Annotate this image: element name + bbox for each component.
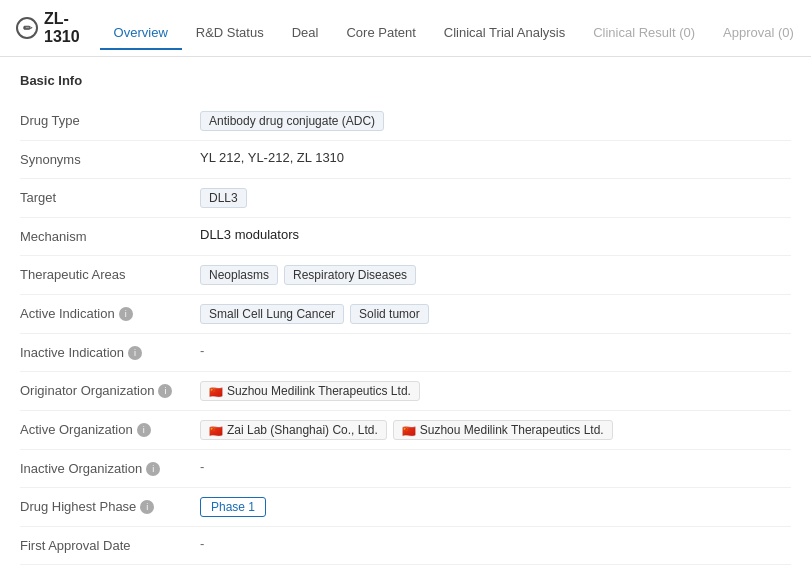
drug-type-row: Drug Type Antibody drug conjugate (ADC) [20, 102, 791, 141]
main-content: Basic Info Drug Type Antibody drug conju… [0, 57, 811, 578]
inactive-indication-value: - [200, 343, 791, 358]
drug-highest-phase-value: Phase 1 [200, 497, 791, 517]
originator-org-flag: 🇨🇳 [209, 386, 223, 396]
inactive-indication-row: Inactive Indication i - [20, 334, 791, 372]
tab-clinical-result: Clinical Result (0) [579, 17, 709, 50]
mechanism-label: Mechanism [20, 227, 200, 244]
tab-bar: Overview R&D Status Deal Core Patent Cli… [100, 17, 811, 50]
tab-rd-status[interactable]: R&D Status [182, 17, 278, 50]
drug-title: ✏ ZL-1310 [16, 10, 80, 56]
mechanism-text: DLL3 modulators [200, 227, 299, 242]
mechanism-row: Mechanism DLL3 modulators [20, 218, 791, 256]
originator-org-info-icon[interactable]: i [158, 384, 172, 398]
active-indication-row: Active Indication i Small Cell Lung Canc… [20, 295, 791, 334]
therapeutic-area-neoplasms-tag[interactable]: Neoplasms [200, 265, 278, 285]
section-title: Basic Info [20, 73, 791, 88]
drug-type-tag: Antibody drug conjugate (ADC) [200, 111, 384, 131]
inactive-org-value: - [200, 459, 791, 474]
tab-core-patent[interactable]: Core Patent [332, 17, 429, 50]
active-org-2-flag: 🇨🇳 [402, 425, 416, 435]
mechanism-value: DLL3 modulators [200, 227, 791, 242]
synonyms-text: YL 212, YL-212, ZL 1310 [200, 150, 344, 165]
active-org-2-tag[interactable]: 🇨🇳 Suzhou Medilink Therapeutics Ltd. [393, 420, 613, 440]
synonyms-label: Synonyms [20, 150, 200, 167]
first-approval-date-dash: - [200, 536, 204, 551]
inactive-indication-label: Inactive Indication i [20, 343, 200, 360]
active-org-1-name: Zai Lab (Shanghai) Co., Ltd. [227, 423, 378, 437]
drug-highest-phase-info-icon[interactable]: i [140, 500, 154, 514]
drug-type-value: Antibody drug conjugate (ADC) [200, 111, 791, 131]
drug-type-label: Drug Type [20, 111, 200, 128]
inactive-indication-dash: - [200, 343, 204, 358]
first-approval-date-label: First Approval Date [20, 536, 200, 553]
inactive-org-info-icon[interactable]: i [146, 462, 160, 476]
active-org-2-name: Suzhou Medilink Therapeutics Ltd. [420, 423, 604, 437]
drug-highest-phase-row: Drug Highest Phase i Phase 1 [20, 488, 791, 527]
active-org-label: Active Organization i [20, 420, 200, 437]
active-org-1-tag[interactable]: 🇨🇳 Zai Lab (Shanghai) Co., Ltd. [200, 420, 387, 440]
edit-icon: ✏ [23, 22, 32, 35]
originator-org-label: Originator Organization i [20, 381, 200, 398]
therapeutic-areas-value: Neoplasms Respiratory Diseases [200, 265, 791, 285]
first-approval-date-row: First Approval Date - [20, 527, 791, 565]
originator-org-tag[interactable]: 🇨🇳 Suzhou Medilink Therapeutics Ltd. [200, 381, 420, 401]
page-header: ✏ ZL-1310 Overview R&D Status Deal Core … [0, 0, 811, 57]
target-tag[interactable]: DLL3 [200, 188, 247, 208]
drug-icon: ✏ [16, 17, 38, 39]
target-value: DLL3 [200, 188, 791, 208]
indication-solid-tumor-tag[interactable]: Solid tumor [350, 304, 429, 324]
active-org-value: 🇨🇳 Zai Lab (Shanghai) Co., Ltd. 🇨🇳 Suzho… [200, 420, 791, 440]
originator-org-row: Originator Organization i 🇨🇳 Suzhou Medi… [20, 372, 791, 411]
active-org-1-flag: 🇨🇳 [209, 425, 223, 435]
tab-approval: Approval (0) [709, 17, 808, 50]
inactive-org-dash: - [200, 459, 204, 474]
first-approval-date-value: - [200, 536, 791, 551]
inactive-indication-info-icon[interactable]: i [128, 346, 142, 360]
indication-sclc-tag[interactable]: Small Cell Lung Cancer [200, 304, 344, 324]
synonyms-value: YL 212, YL-212, ZL 1310 [200, 150, 791, 165]
active-indication-value: Small Cell Lung Cancer Solid tumor [200, 304, 791, 324]
active-org-info-icon[interactable]: i [137, 423, 151, 437]
originator-org-value: 🇨🇳 Suzhou Medilink Therapeutics Ltd. [200, 381, 791, 401]
tab-deal[interactable]: Deal [278, 17, 333, 50]
tab-clinical-trial-analysis[interactable]: Clinical Trial Analysis [430, 17, 579, 50]
active-indication-info-icon[interactable]: i [119, 307, 133, 321]
inactive-org-row: Inactive Organization i - [20, 450, 791, 488]
therapeutic-areas-label: Therapeutic Areas [20, 265, 200, 282]
originator-org-name: Suzhou Medilink Therapeutics Ltd. [227, 384, 411, 398]
target-label: Target [20, 188, 200, 205]
inactive-org-label: Inactive Organization i [20, 459, 200, 476]
target-row: Target DLL3 [20, 179, 791, 218]
active-indication-label: Active Indication i [20, 304, 200, 321]
synonyms-row: Synonyms YL 212, YL-212, ZL 1310 [20, 141, 791, 179]
drug-id-label: ZL-1310 [44, 10, 80, 46]
drug-highest-phase-tag[interactable]: Phase 1 [200, 497, 266, 517]
therapeutic-area-respiratory-tag[interactable]: Respiratory Diseases [284, 265, 416, 285]
tab-overview[interactable]: Overview [100, 17, 182, 50]
drug-highest-phase-label: Drug Highest Phase i [20, 497, 200, 514]
therapeutic-areas-row: Therapeutic Areas Neoplasms Respiratory … [20, 256, 791, 295]
active-org-row: Active Organization i 🇨🇳 Zai Lab (Shangh… [20, 411, 791, 450]
